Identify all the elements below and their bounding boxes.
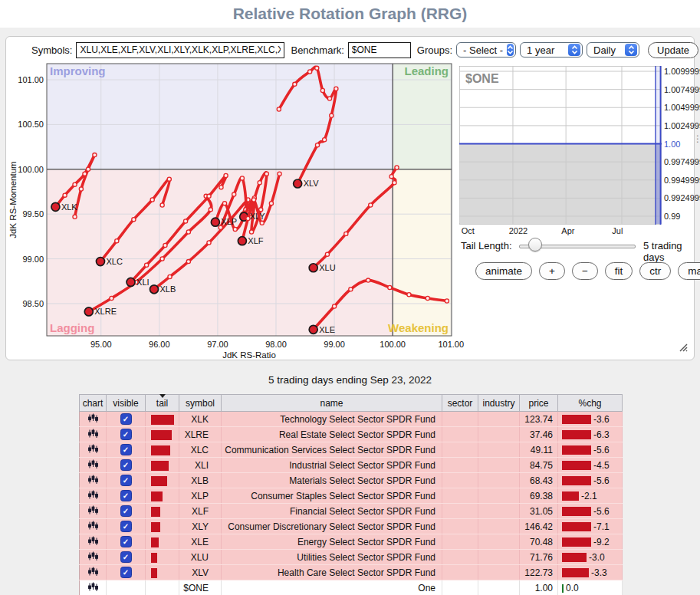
chart-cell [80,412,107,427]
benchmark-y-tick: 1.0024999 [664,121,700,130]
tail-length-slider-handle[interactable] [528,238,542,251]
tail-color-swatch[interactable] [151,568,157,578]
symbol-cell[interactable]: XLE [179,534,222,550]
interval-select[interactable]: Daily [587,42,639,58]
visible-checkbox[interactable]: ✓ [120,521,132,532]
benchmark-y-tick: 1.0049999 [664,103,700,112]
benchmark-x-tick: 2022 [509,226,527,235]
benchmark-y-tick: 1.0099999 [664,67,700,76]
symbol-cell[interactable]: XLI [179,458,222,473]
tail-cell [146,550,179,565]
symbol-cell[interactable]: XLV [179,565,222,580]
visible-checkbox[interactable]: ✓ [120,459,132,471]
table-row: ✓ XLC Communication Services Select Sect… [80,442,623,458]
symbol-cell[interactable]: XLF [179,504,222,519]
name-cell: One [222,580,442,595]
quadrant-label-weakening: Weakening [388,321,449,334]
tail-color-swatch[interactable] [151,553,157,563]
chart-icon[interactable] [87,490,99,500]
trail-endpoint-XLI [127,278,135,286]
chart-icon[interactable] [87,505,99,515]
pct-change-bar [562,568,589,577]
tail-color-swatch[interactable] [151,461,169,471]
visible-checkbox[interactable]: ✓ [120,505,132,517]
max-button[interactable]: max [678,262,700,280]
name-cell: Health Care Select Sector SPDR Fund [222,565,442,580]
chart-icon[interactable] [87,459,99,469]
symbol-cell[interactable]: XLU [179,550,222,565]
symbol-cell[interactable]: XLK [179,412,222,427]
tail-color-swatch[interactable] [151,430,172,440]
tail-color-swatch[interactable] [151,476,167,486]
resize-grip-icon[interactable] [678,341,688,355]
select-stepper-icon [568,44,580,56]
column-header-chart[interactable]: chart [80,395,107,412]
chart-icon[interactable] [87,429,99,439]
sector-cell [442,534,478,550]
column-header-symbol[interactable]: symbol [179,395,222,412]
tail-color-swatch[interactable] [151,537,159,547]
visible-checkbox[interactable]: ✓ [120,567,132,578]
tail-color-swatch[interactable] [151,507,160,517]
visible-checkbox[interactable]: ✓ [120,536,132,547]
chart-icon[interactable] [87,521,99,531]
range-select[interactable]: 1 year [520,42,583,58]
trail-label-XLV: XLV [304,179,320,188]
benchmark-y-tick: 0.99 [664,212,680,221]
tail-color-swatch[interactable] [151,522,160,532]
fit-button[interactable]: fit [605,262,633,280]
chart-icon[interactable] [87,413,99,423]
benchmark-chart[interactable]: $ONE [459,66,662,225]
column-header-price[interactable]: price [520,395,558,412]
column-header-sector[interactable]: sector [442,395,478,412]
visible-checkbox[interactable]: ✓ [120,475,132,486]
symbols-input[interactable] [76,42,284,58]
chart-icon[interactable] [87,567,99,577]
symbol-cell[interactable]: XLY [179,519,222,534]
groups-label: Groups: [417,44,452,56]
chart-icon[interactable] [87,582,99,592]
center-button[interactable]: ctr [639,262,671,280]
industry-cell [478,519,520,534]
symbol-cell[interactable]: $ONE [179,580,222,595]
trail-label-XLK: XLK [61,202,77,212]
column-header-pct-chg[interactable]: %chg [558,395,623,412]
zoom-in-button[interactable]: + [539,262,565,280]
symbol-cell[interactable]: XLC [179,442,222,458]
trail-endpoint-XLV [294,179,302,188]
symbol-cell[interactable]: XLRE [179,427,222,442]
svg-text:97.00: 97.00 [207,340,228,349]
chart-icon[interactable] [87,536,99,546]
symbol-cell[interactable]: XLB [179,473,222,488]
groups-select[interactable]: - Select - [456,42,516,58]
pct-change-cell: -7.1 [558,519,623,534]
column-header-industry[interactable]: industry [478,395,520,412]
chart-icon[interactable] [87,475,99,485]
trail-label-XLRE: XLRE [94,307,117,316]
name-cell: Consumer Discretionary Select Sector SPD… [222,519,442,534]
tail-color-swatch[interactable] [151,491,163,501]
name-cell: Industrial Select Sector SPDR Fund [222,458,442,473]
benchmark-input[interactable] [348,42,411,58]
rrg-chart[interactable]: XLKXLREXLCXLIXLBXLPXLYXLFXLVXLUXLEImprov… [6,58,466,361]
column-header-tail[interactable]: tail [146,395,179,412]
tail-color-swatch[interactable] [151,445,170,455]
visible-checkbox[interactable]: ✓ [120,490,132,501]
pct-change-cell: -3.0 [558,550,623,565]
chart-icon[interactable] [87,444,99,454]
visible-checkbox[interactable]: ✓ [120,413,132,425]
update-button[interactable]: Update [648,42,698,58]
animate-button[interactable]: animate [475,262,532,280]
chart-icon[interactable] [87,551,99,561]
sector-cell [442,580,478,595]
column-header-visible[interactable]: visible [107,395,146,412]
zoom-out-button[interactable]: − [572,262,598,280]
svg-text:101.00: 101.00 [438,340,464,349]
tail-color-swatch[interactable] [151,415,174,425]
visible-checkbox[interactable]: ✓ [120,444,132,455]
benchmark-line-handle[interactable]: ⋮ [693,136,700,141]
visible-checkbox[interactable]: ✓ [120,551,132,563]
visible-checkbox[interactable]: ✓ [120,429,132,440]
column-header-name[interactable]: name [222,395,442,412]
symbol-cell[interactable]: XLP [179,488,222,504]
